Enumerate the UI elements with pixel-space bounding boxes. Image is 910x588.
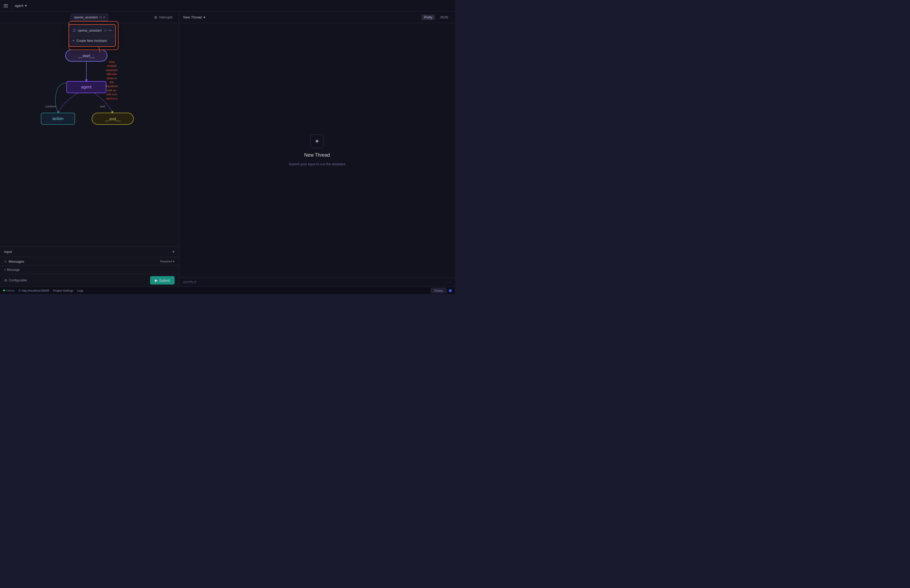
annotation-text: Your created assistant will now show in … <box>105 60 118 100</box>
required-chevron: ▾ <box>173 260 175 263</box>
interrupts-label: Interrupts <box>159 16 173 19</box>
submit-btn[interactable]: ▶ Submit <box>150 276 175 284</box>
required-badge[interactable]: Required ▾ <box>160 260 175 263</box>
node-start[interactable]: __start__ <box>65 50 107 61</box>
right-content: ✦ New Thread Submit your input to run th… <box>179 23 455 277</box>
left-panel: openai_assistant v1 ▾ ⚙ Interrupts ☑ ope… <box>0 11 179 287</box>
dropdown-item-name: openai_assistant <box>78 29 102 32</box>
node-agent-label: agent <box>81 85 92 89</box>
link-icon: ⧉ <box>18 289 21 292</box>
status-bar: Online ⧉ http://localhost:60605 Project … <box>0 287 455 294</box>
logs-link[interactable]: Logs <box>77 289 83 292</box>
node-end-label: __end__ <box>105 116 120 121</box>
json-label: JSON <box>440 16 448 19</box>
top-bar: agent ▾ <box>0 0 455 11</box>
messages-icon: ○ <box>4 259 6 263</box>
right-panel: New Thread ▾ Pretty JSON ✦ New Thread Su… <box>179 11 455 287</box>
assistant-dropdown-btn[interactable]: openai_assistant v1 ▾ <box>71 14 108 21</box>
graph-canvas: __start__ agent action __end__ continue … <box>0 23 179 246</box>
edge-label-continue: continue <box>45 105 57 108</box>
sparkle-icon: ✦ <box>310 134 324 148</box>
input-collapse-icon[interactable]: ▾ <box>173 249 175 254</box>
add-message-btn[interactable]: + Message <box>4 268 20 271</box>
add-message-label: + Message <box>4 268 20 271</box>
node-end[interactable]: __end__ <box>92 113 134 125</box>
messages-row: ○ Messages Required ▾ <box>0 257 179 266</box>
assistant-version: v1 <box>99 16 102 19</box>
dropdown-item-version: v1 <box>104 29 107 32</box>
pretty-label: Pretty <box>424 16 432 19</box>
dropdown-create-new[interactable]: + Create New Assistant <box>69 37 116 45</box>
interrupts-btn[interactable]: ⚙ Interrupts <box>151 14 176 21</box>
agent-selector[interactable]: agent ▾ <box>11 0 30 11</box>
node-action[interactable]: action <box>41 113 75 125</box>
submit-label: Submit <box>159 278 170 283</box>
gear-icon: ⚙ <box>4 278 7 283</box>
required-label: Required <box>160 260 172 263</box>
output-expand-icon[interactable]: › <box>449 281 451 284</box>
json-btn[interactable]: JSON <box>437 15 451 20</box>
pretty-btn[interactable]: Pretty <box>422 15 435 20</box>
dropdown-item-existing[interactable]: ☑ openai_assistant v1 ✏ <box>69 26 116 34</box>
agent-chevron: ▾ <box>25 4 27 8</box>
project-settings-link[interactable]: Project Settings <box>53 289 73 292</box>
right-top-bar: New Thread ▾ Pretty JSON <box>179 11 455 23</box>
node-agent[interactable]: agent <box>66 81 107 93</box>
left-top-bar: openai_assistant v1 ▾ ⚙ Interrupts ☑ ope… <box>0 11 179 23</box>
thread-chevron-icon: ▾ <box>204 15 205 19</box>
dropdown-chevron-icon: ▾ <box>103 16 105 19</box>
node-start-label: __start__ <box>78 53 95 58</box>
url-section: ⧉ http://localhost:60605 <box>18 289 50 292</box>
assistant-name: openai_assistant <box>74 16 98 19</box>
input-header: Input ▾ <box>0 247 179 257</box>
agent-label: agent <box>15 4 23 8</box>
thread-label: New Thread <box>183 15 202 19</box>
submit-play-icon: ▶ <box>155 278 158 283</box>
check-icon: ☑ <box>73 28 76 32</box>
deploy-label: Deploy <box>434 289 443 292</box>
deploy-btn[interactable]: Deploy <box>431 288 446 293</box>
langgraph-icon: ⬟ <box>449 289 452 293</box>
sidebar-toggle[interactable] <box>0 0 11 11</box>
assistant-dropdown-popup: ☑ openai_assistant v1 ✏ + Create New Ass… <box>68 24 116 47</box>
edit-icon[interactable]: ✏ <box>109 29 112 32</box>
svg-rect-1 <box>4 5 8 6</box>
configurable-btn[interactable]: ⚙ Configurable <box>4 278 27 283</box>
thread-selector[interactable]: New Thread ▾ <box>183 15 205 19</box>
status-right: Deploy ⬟ <box>431 288 452 293</box>
input-header-label: Input <box>4 250 12 254</box>
node-action-label: action <box>52 116 64 121</box>
edge-label-end: end <box>100 105 105 108</box>
output-bar: OUTPUT › <box>179 277 455 287</box>
localhost-link[interactable]: http://localhost:60605 <box>22 289 50 292</box>
svg-rect-2 <box>4 7 8 7</box>
plus-icon: + <box>73 39 74 43</box>
messages-text: Messages <box>8 260 24 263</box>
add-message-row: + Message <box>0 266 179 274</box>
interrupts-icon: ⚙ <box>154 15 157 19</box>
input-section: Input ▾ ○ Messages Required ▾ + Message <box>0 246 179 287</box>
messages-label: ○ Messages <box>4 259 24 263</box>
output-label: OUTPUT <box>183 281 197 284</box>
view-toggle: Pretty JSON <box>422 15 451 20</box>
new-thread-subtitle: Submit your input to run the assistant <box>289 162 346 166</box>
svg-rect-0 <box>4 4 8 5</box>
create-new-label: Create New Assistant <box>77 39 107 43</box>
online-dot <box>3 289 5 291</box>
online-indicator: Online <box>3 289 15 292</box>
main-area: openai_assistant v1 ▾ ⚙ Interrupts ☑ ope… <box>0 11 455 287</box>
online-label: Online <box>6 289 15 292</box>
input-actions-row: ⚙ Configurable ▶ Submit <box>0 274 179 287</box>
configurable-label: Configurable <box>9 278 27 282</box>
status-left: Online ⧉ http://localhost:60605 Project … <box>3 289 83 292</box>
new-thread-title: New Thread <box>304 152 330 158</box>
dropdown-divider <box>69 36 116 36</box>
